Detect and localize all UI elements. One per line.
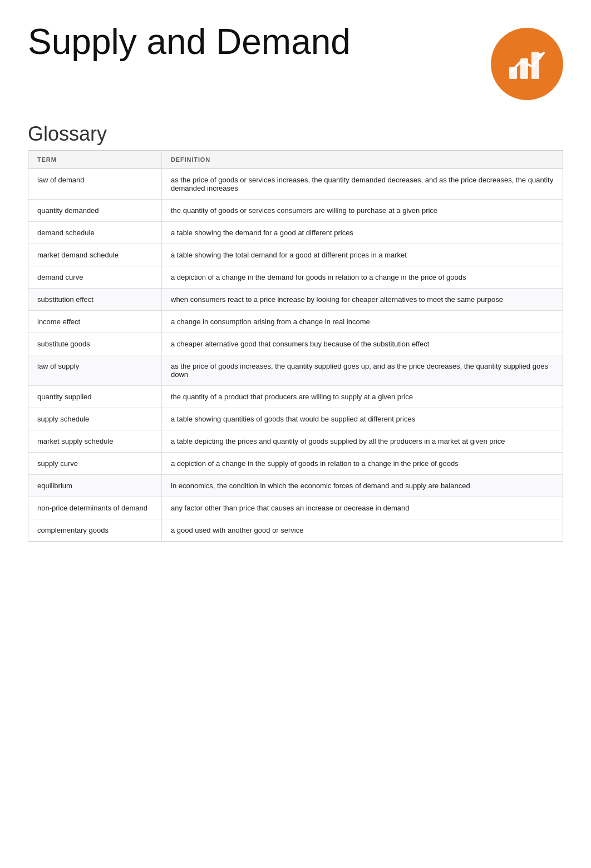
definition-cell: a cheaper alternative good that consumer… — [162, 333, 563, 355]
term-cell: market supply schedule — [28, 430, 162, 453]
term-cell: law of demand — [28, 169, 162, 200]
glossary-title: Glossary — [28, 122, 563, 146]
table-row: complementary goodsa good used with anot… — [28, 519, 563, 542]
table-row: quantity suppliedthe quantity of a produ… — [28, 386, 563, 408]
term-cell: supply schedule — [28, 408, 162, 430]
term-cell: demand curve — [28, 266, 162, 289]
table-row: equilibriumin economics, the condition i… — [28, 475, 563, 497]
table-row: market supply schedulea table depicting … — [28, 430, 563, 453]
term-cell: complementary goods — [28, 519, 162, 542]
table-row: supply schedulea table showing quantitie… — [28, 408, 563, 430]
table-row: substitution effectwhen consumers react … — [28, 289, 563, 311]
term-cell: equilibrium — [28, 475, 162, 497]
definition-cell: a table showing the demand for a good at… — [162, 222, 563, 244]
table-row: law of supplyas the price of goods incre… — [28, 355, 563, 386]
page-title: Supply and Demand — [28, 22, 351, 61]
definition-cell: a good used with another good or service — [162, 519, 563, 542]
definition-cell: a table showing quantities of goods that… — [162, 408, 563, 430]
table-row: supply curvea depiction of a change in t… — [28, 453, 563, 475]
table-row: market demand schedulea table showing th… — [28, 244, 563, 266]
table-row: quantity demandedthe quantity of goods o… — [28, 200, 563, 222]
term-cell: income effect — [28, 311, 162, 333]
definition-cell: a table showing the total demand for a g… — [162, 244, 563, 266]
table-row: non-price determinants of demandany fact… — [28, 497, 563, 519]
table-row: income effecta change in consumption ari… — [28, 311, 563, 333]
term-cell: quantity supplied — [28, 386, 162, 408]
table-header-row: TERM DEFINITION — [28, 151, 563, 169]
definition-cell: in economics, the condition in which the… — [162, 475, 563, 497]
logo-icon — [491, 28, 563, 100]
term-cell: demand schedule — [28, 222, 162, 244]
term-column-header: TERM — [28, 151, 162, 169]
term-cell: substitute goods — [28, 333, 162, 355]
term-cell: non-price determinants of demand — [28, 497, 162, 519]
term-cell: law of supply — [28, 355, 162, 386]
table-row: demand curvea depiction of a change in t… — [28, 266, 563, 289]
table-row: substitute goodsa cheaper alternative go… — [28, 333, 563, 355]
page-header: Supply and Demand — [28, 22, 563, 100]
definition-cell: a depiction of a change in the supply of… — [162, 453, 563, 475]
definition-cell: the quantity of goods or services consum… — [162, 200, 563, 222]
definition-cell: a table depicting the prices and quantit… — [162, 430, 563, 453]
glossary-table: TERM DEFINITION law of demandas the pric… — [28, 150, 563, 542]
term-cell: supply curve — [28, 453, 162, 475]
definition-cell: when consumers react to a price increase… — [162, 289, 563, 311]
table-row: demand schedulea table showing the deman… — [28, 222, 563, 244]
term-cell: substitution effect — [28, 289, 162, 311]
table-row: law of demandas the price of goods or se… — [28, 169, 563, 200]
definition-cell: any factor other than price that causes … — [162, 497, 563, 519]
glossary-section: Glossary TERM DEFINITION law of demandas… — [28, 122, 563, 542]
definition-cell: a change in consumption arising from a c… — [162, 311, 563, 333]
definition-column-header: DEFINITION — [162, 151, 563, 169]
definition-cell: the quantity of a product that producers… — [162, 386, 563, 408]
term-cell: market demand schedule — [28, 244, 162, 266]
definition-cell: a depiction of a change in the demand fo… — [162, 266, 563, 289]
term-cell: quantity demanded — [28, 200, 162, 222]
definition-cell: as the price of goods or services increa… — [162, 169, 563, 200]
definition-cell: as the price of goods increases, the qua… — [162, 355, 563, 386]
